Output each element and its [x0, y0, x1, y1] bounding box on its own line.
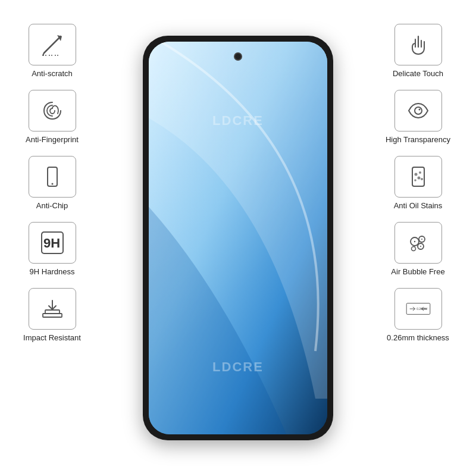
high-transparency-icon-box [394, 90, 442, 131]
svg-point-28 [420, 246, 421, 247]
anti-fingerprint-label: Anti-Fingerprint [26, 135, 79, 145]
feature-anti-chip: Anti-Chip [6, 156, 98, 211]
anti-oil-icon-box [394, 156, 442, 198]
anti-chip-label: Anti-Chip [36, 201, 68, 211]
feature-air-bubble-free: Air Bubble Free [366, 222, 470, 277]
anti-fingerprint-icon-box [29, 90, 76, 131]
svg-text:0.26MM: 0.26MM [416, 308, 427, 311]
feature-anti-scratch: Anti-scratch [6, 24, 98, 79]
feature-delicate-touch: Delicate Touch [366, 24, 470, 79]
anti-scratch-label: Anti-scratch [32, 69, 73, 79]
impact-resistant-icon [39, 296, 65, 322]
phone-outer: LDCRE LDCRE [143, 36, 333, 440]
svg-point-15 [418, 108, 420, 110]
fingerprint-icon [39, 98, 65, 124]
delicate-touch-icon-box [394, 24, 442, 65]
svg-text:9H: 9H [43, 236, 60, 250]
thickness-label: 0.26mm thickness [387, 333, 449, 343]
impact-icon-box [29, 288, 76, 330]
feature-anti-oil-stains: Anti Oil Stains [366, 156, 470, 211]
svg-line-0 [44, 36, 61, 53]
9h-hardness-icon: 9H [39, 230, 65, 256]
right-features: Delicate Touch High Transparency [366, 24, 470, 343]
anti-scratch-icon-box [29, 24, 76, 65]
air-bubble-free-label: Air Bubble Free [391, 267, 444, 277]
svg-rect-11 [45, 310, 60, 314]
svg-point-26 [414, 240, 415, 242]
anti-oil-stains-label: Anti Oil Stains [394, 201, 443, 211]
svg-point-7 [51, 183, 53, 184]
impact-resistant-label: Impact Resistant [23, 333, 81, 343]
phone-screen: LDCRE LDCRE [149, 42, 327, 434]
feature-high-transparency: High Transparency [366, 90, 470, 145]
phone-dots-icon [405, 164, 431, 190]
main-container: Anti-scratch Anti-Fingerprint [0, 0, 476, 476]
anti-chip-icon-box [29, 156, 76, 198]
svg-point-21 [421, 178, 423, 180]
screen-decoration [149, 42, 327, 434]
high-transparency-label: High Transparency [386, 135, 450, 145]
feature-9h-hardness: 9H 9H Hardness [6, 222, 98, 277]
left-features: Anti-scratch Anti-Fingerprint [6, 24, 98, 343]
feature-thickness: 0.26MM 0.26mm thickness [366, 288, 470, 343]
svg-point-19 [417, 176, 420, 179]
svg-point-17 [414, 173, 417, 176]
eye-icon [405, 98, 431, 124]
feature-anti-fingerprint: Anti-Fingerprint [6, 90, 98, 145]
svg-point-18 [419, 171, 421, 174]
camera-notch [234, 52, 242, 61]
thickness-icon-box: 0.26MM [394, 288, 442, 330]
9h-icon-box: 9H [29, 222, 76, 264]
thickness-arrow-icon: 0.26MM [405, 296, 431, 322]
svg-point-27 [421, 239, 422, 240]
air-bubble-icon-box [394, 222, 442, 264]
svg-point-20 [414, 179, 416, 181]
phone-wrapper: LDCRE LDCRE [143, 36, 333, 440]
pen-dashes-icon [39, 32, 65, 58]
svg-rect-10 [43, 314, 62, 317]
svg-point-14 [415, 107, 422, 114]
feature-impact-resistant: Impact Resistant [6, 288, 98, 343]
touch-hand-icon [405, 32, 431, 58]
svg-point-25 [411, 246, 415, 250]
bubbles-icon [405, 230, 431, 256]
phone-corner-icon [39, 164, 65, 190]
9h-hardness-label: 9H Hardness [30, 267, 75, 277]
delicate-touch-label: Delicate Touch [393, 69, 443, 79]
